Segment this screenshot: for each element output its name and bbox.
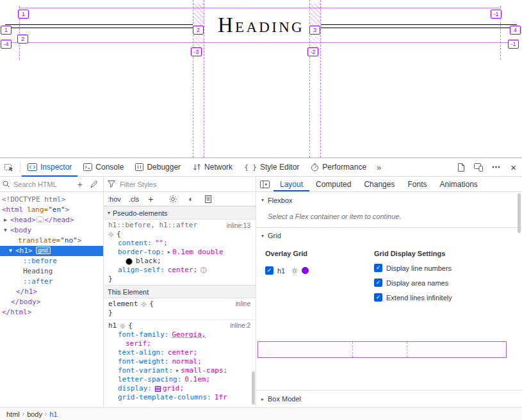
css-declaration[interactable]: display: grid; [108,384,252,393]
responsive-design-mode-button[interactable] [469,163,487,172]
setting-row: Display area names [374,279,448,287]
breadcrumb-html[interactable]: html [4,410,22,418]
breadcrumb-bar: html › body › h1 [0,407,522,420]
overlay-grid-checkbox[interactable] [265,266,273,275]
flexbox-empty-message: Select a Flex container or item to conti… [256,213,522,220]
css-declaration-wrap[interactable]: serif; [108,339,252,348]
css-declaration[interactable]: text-align: center; [108,348,252,357]
element-picker-icon [4,163,14,172]
extend-lines-infinitely-checkbox[interactable] [374,293,382,302]
rule-source-link[interactable]: inline:13 [227,222,250,230]
css-declaration[interactable]: font-variant: ▶ small-caps; [108,366,252,375]
pseudo-elements-section-header[interactable]: ▾ Pseudo-elements [104,206,256,220]
display-line-numbers-checkbox[interactable] [374,264,382,272]
three-pane-toggle-button[interactable] [256,177,273,191]
tab-style-editor[interactable]: { } Style Editor [238,158,305,176]
gear-icon [141,302,147,307]
css-declaration[interactable]: content: ""; [108,239,252,248]
devtools-toolbar: Inspector Console Debugger Network [0,158,522,177]
devtools-menu-button[interactable] [487,166,505,168]
tree-node-text[interactable]: Heading [0,266,103,277]
iframe-picker-button[interactable] [453,163,469,172]
css-declaration[interactable]: letter-spacing: 0.1em; [108,375,252,384]
collapse-icon[interactable]: ▼ [4,225,10,236]
toggle-pseudo-class-button[interactable]: :hov [104,195,125,203]
flexbox-accordion-header[interactable]: ▾ Flexbox [256,192,522,208]
rule-selector[interactable]: element [108,300,138,309]
grid-outline-preview[interactable] [257,341,507,358]
grid-accordion-header[interactable]: ▾ Grid [256,227,522,243]
expand-icon[interactable]: ▶ [4,215,10,225]
page-viewport: Heading 1 -1 1 2 2 -3 3 -2 4 -1 -4 [0,0,522,158]
css-rule-element: element { inline } [104,298,256,320]
rule-selector[interactable]: h1 [108,321,117,330]
dark-scheme-simulation-button[interactable]: ◐ [183,195,199,203]
tree-node-head[interactable]: ▶<head>…</head> [0,215,103,225]
inspector-icon [28,163,37,171]
tree-node-body-attr[interactable]: translate="no"> [0,236,103,246]
class-panel-button[interactable]: .cls [125,195,143,203]
tab-layout[interactable]: Layout [273,177,309,191]
console-icon [83,163,92,171]
more-tabs-button[interactable]: » [372,158,386,176]
tree-node-h1-selected[interactable]: ▼<h1>grid [0,246,103,256]
add-rule-button[interactable]: + [143,194,158,204]
tab-changes[interactable]: Changes [357,177,401,191]
grid-color-swatch[interactable] [302,267,309,274]
font-family-link[interactable]: Georgia, [172,330,206,339]
grid-badge[interactable]: grid [36,246,51,254]
display-area-names-checkbox[interactable] [374,279,382,287]
breadcrumb-body[interactable]: body [24,410,45,418]
grid-line-number-badge: -3 [191,47,202,56]
close-devtools-button[interactable]: × [505,162,522,173]
tree-node-after-pseudo[interactable]: ::after [0,277,103,287]
collapse-icon[interactable]: ▼ [9,246,15,256]
page-heading: Heading [0,12,522,38]
tab-debugger[interactable]: Debugger [129,158,186,176]
tab-network[interactable]: Network [186,158,238,176]
rules-scrollbar-thumb[interactable] [252,371,255,405]
rule-source-link[interactable]: inline:2 [230,321,250,330]
info-icon[interactable] [200,267,207,273]
tab-computed[interactable]: Computed [309,177,357,191]
three-pane-toggle-icon [260,181,270,188]
rule-selector[interactable]: h1::before, h1::after [108,221,197,230]
tab-animations[interactable]: Animations [433,177,484,191]
tree-node-body[interactable]: ▼<body [0,225,103,236]
expand-value-icon[interactable]: ▶ [168,248,170,257]
tree-node-before-pseudo[interactable]: ::before [0,256,103,266]
css-declaration[interactable]: border-top: ▶ 0.1em double [108,248,252,257]
light-scheme-simulation-button[interactable] [163,195,183,203]
color-swatch-black[interactable] [126,258,133,265]
layout-scrollbar-thumb[interactable] [518,193,521,233]
css-declaration[interactable]: align-self: center; [108,266,252,275]
grid-line-number-badge: 1 [18,10,29,19]
css-declaration[interactable]: font-family: Georgia, [108,330,252,339]
element-picker-button[interactable] [0,158,19,176]
search-input[interactable] [12,180,72,189]
eyedropper-icon[interactable] [88,181,101,188]
tree-node-body-close[interactable]: </body> [0,297,103,307]
tree-node-html-close[interactable]: </html> [0,307,103,318]
tab-console[interactable]: Console [77,158,129,176]
tree-node-h1-close[interactable]: </h1> [0,287,103,297]
tab-inspector[interactable]: Inspector [22,158,77,176]
filter-styles-input[interactable] [118,180,252,189]
css-declaration[interactable]: font-weight: normal; [108,357,252,366]
rule-source-link[interactable]: inline [236,300,250,309]
box-model-accordion-header[interactable]: ▸ Box Model [256,390,522,407]
breadcrumb-h1-selected[interactable]: h1 [47,410,60,418]
gear-icon[interactable] [291,268,298,274]
add-node-button[interactable]: + [75,180,85,189]
tab-fonts[interactable]: Fonts [401,177,433,191]
inline-ellipsis-button[interactable]: … [37,216,44,223]
tab-performance[interactable]: Performance [305,158,372,176]
tree-node-html[interactable]: <htmllang="en"> [0,205,103,215]
tree-node-doctype[interactable]: <!DOCTYPE html> [0,195,103,205]
expand-value-icon[interactable]: ▶ [176,366,179,375]
print-simulation-button[interactable] [199,195,217,203]
css-declaration[interactable]: grid-template-columns: 1fr [108,393,252,402]
this-element-section-header[interactable]: This Element [104,285,256,298]
css-declaration-wrap[interactable]: black; [108,257,252,266]
grid-toggle-icon[interactable] [155,386,161,392]
